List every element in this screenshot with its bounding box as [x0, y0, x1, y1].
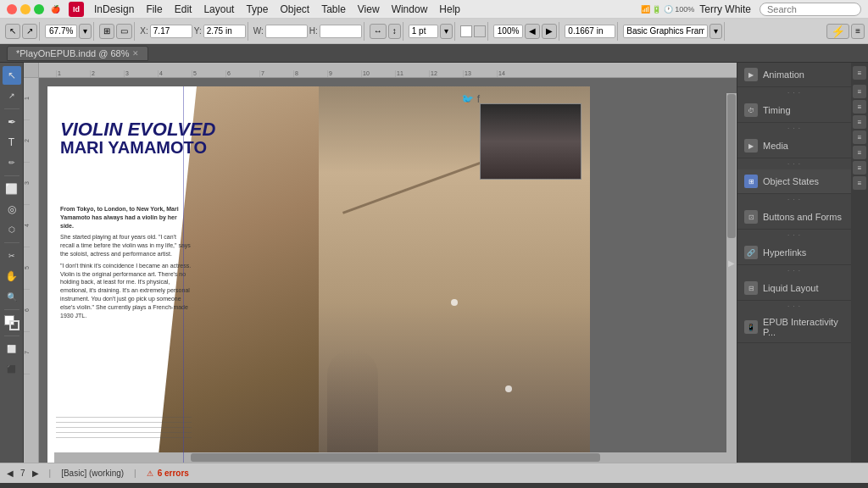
fill-color-swatch[interactable]: [460, 25, 472, 37]
pencil-tool[interactable]: ✏: [3, 153, 21, 172]
panel-list: ▶ Animation · · · ⏱ Timing · · · ▶: [737, 63, 851, 463]
pen-tool[interactable]: ✒: [3, 113, 21, 131]
close-button[interactable]: [7, 4, 17, 14]
panel-icon-8[interactable]: ≡: [853, 176, 866, 190]
panel-icon-3[interactable]: ≡: [853, 100, 866, 114]
stroke-input[interactable]: [409, 25, 438, 38]
canvas-area[interactable]: 1 2 3 4 5 6 7 8 9 10 11 12 13 14 1 2 3: [24, 63, 737, 463]
buttons-forms-label: Buttons and Forms: [763, 212, 842, 222]
panel-icons-column: ≡ ≡ ≡ ≡ ≡ ≡ ≡ ≡: [851, 63, 868, 463]
direct-selection-tool[interactable]: ↗: [3, 86, 21, 105]
h-scroll-thumb[interactable]: [191, 453, 600, 462]
panel-toggle-btn[interactable]: ⚡: [826, 24, 849, 39]
stroke-dropdown[interactable]: ▾: [440, 24, 453, 39]
type-tool[interactable]: T: [3, 133, 21, 152]
normal-mode-btn[interactable]: ⬜: [3, 340, 21, 358]
panel-toggle-btn2[interactable]: ≡: [851, 24, 865, 39]
epub-label: EPUB Interactivity P...: [763, 317, 844, 337]
zoom2-next-btn[interactable]: ▶: [542, 24, 557, 39]
panel-item-epub[interactable]: 📱 EPUB Interactivity P...: [737, 312, 851, 343]
zoom-tool[interactable]: 🔍: [3, 287, 21, 306]
panel-icon-5[interactable]: ≡: [853, 130, 866, 144]
statusbar: ◀ 7 ▶ | [Basic] (working) | ⚠ 6 errors: [0, 463, 868, 483]
x-label: X:: [140, 26, 147, 36]
cursor-indicator: ▶: [728, 258, 735, 265]
presentation-btn[interactable]: ▭: [116, 24, 132, 39]
frame-input[interactable]: [623, 25, 708, 38]
menu-type[interactable]: Type: [241, 3, 273, 15]
panel-icon-2[interactable]: ≡: [853, 85, 866, 98]
menu-file[interactable]: File: [141, 3, 167, 15]
doc-status-text: [Basic] (working): [61, 469, 124, 478]
panel-icon-1[interactable]: ≡: [853, 66, 866, 80]
document-tab[interactable]: *PlayOnEPUB.indd @ 68% ✕: [7, 46, 148, 61]
zoom-dropdown-btn[interactable]: ▾: [79, 24, 92, 39]
menu-table[interactable]: Table: [316, 3, 351, 15]
hyperlinks-icon-symbol: 🔗: [747, 249, 755, 257]
menu-window[interactable]: Window: [387, 3, 433, 15]
scissors-tool[interactable]: ✂: [3, 247, 21, 265]
inset-image-content: [481, 104, 581, 179]
stroke-box[interactable]: [9, 320, 19, 330]
panel-item-liquid-layout[interactable]: ⊟ Liquid Layout: [737, 276, 851, 301]
panel-item-timing[interactable]: ⏱ Timing: [737, 98, 851, 123]
v-scroll-thumb[interactable]: [727, 94, 736, 238]
preview-mode-btn[interactable]: ⬛: [3, 360, 21, 379]
position-input[interactable]: [565, 25, 615, 38]
ruler-top: 1 2 3 4 5 6 7 8 9 10 11 12 13 14: [24, 63, 737, 78]
panel-icon-7[interactable]: ≡: [853, 161, 866, 175]
vertical-scrollbar[interactable]: [726, 93, 737, 452]
global-search-input[interactable]: [760, 3, 861, 16]
y-input[interactable]: [203, 25, 246, 38]
prev-page-btn[interactable]: ◀: [7, 469, 14, 478]
menu-edit[interactable]: Edit: [170, 3, 198, 15]
x-input[interactable]: [150, 25, 192, 38]
panel-icon-6[interactable]: ≡: [853, 146, 866, 159]
errors-display[interactable]: ⚠ 6 errors: [147, 469, 189, 478]
panel-item-hyperlinks[interactable]: 🔗 Hyperlinks: [737, 241, 851, 265]
tab-close-icon[interactable]: ✕: [132, 49, 139, 58]
menu-object[interactable]: Object: [275, 3, 314, 15]
toolbar-row1: ↖ ↗ 67.7% ▾ ⊞ ▭ X: Y: W: H: ↔ ↕ ▾ 100% ◀…: [0, 19, 868, 44]
object-states-icon: ⊞: [744, 175, 758, 188]
liquid-layout-icon-symbol: ⊟: [748, 285, 754, 292]
horizontal-scrollbar[interactable]: [54, 452, 737, 463]
hand-tool[interactable]: ✋: [3, 267, 21, 286]
menu-view[interactable]: View: [353, 3, 385, 15]
tools-panel: ↖ ↗ ✒ T ✏ ⬜ ◎ ⬡ ✂ ✋ 🔍 ⬜ ⬛: [0, 63, 24, 463]
w-input[interactable]: [265, 25, 308, 38]
next-page-btn[interactable]: ▶: [32, 469, 39, 478]
flip-v-btn[interactable]: ↕: [388, 24, 401, 39]
object-states-label: Object States: [763, 176, 819, 186]
zoom2-prev-btn[interactable]: ◀: [525, 24, 540, 39]
frame-dropdown-btn[interactable]: ▾: [709, 24, 722, 39]
panel-item-buttons-forms[interactable]: ⊡ Buttons and Forms: [737, 205, 851, 230]
select-tool-btn[interactable]: ↖: [5, 24, 20, 39]
polygon-tool[interactable]: ⬡: [3, 220, 21, 239]
timing-icon-symbol: ⏱: [748, 107, 754, 114]
h-input[interactable]: [320, 25, 362, 38]
panel-item-animation[interactable]: ▶ Animation: [737, 63, 851, 87]
canvas-content[interactable]: VIOLIN EVOLVED MARI YAMAMOTO From Tokyo,…: [39, 78, 737, 463]
panel-icon-4[interactable]: ≡: [853, 115, 866, 129]
rectangle-frame-tool[interactable]: ⬜: [3, 180, 21, 198]
layout-view-btn[interactable]: ⊞: [99, 24, 114, 39]
page-body-text: From Tokyo, to London, to New York, Mari…: [60, 205, 192, 323]
page-number-display[interactable]: 7: [20, 469, 25, 478]
panel-dots-7: · · ·: [737, 301, 851, 312]
selection-tool[interactable]: ↖: [3, 66, 21, 85]
media-label: Media: [763, 141, 788, 151]
menu-help[interactable]: Help: [434, 3, 465, 15]
panel-item-media[interactable]: ▶ Media: [737, 134, 851, 158]
ellipse-tool[interactable]: ◎: [3, 200, 21, 219]
minimize-button[interactable]: [20, 4, 31, 14]
menu-indesign[interactable]: InDesign: [89, 3, 139, 15]
maximize-button[interactable]: [34, 4, 44, 14]
w-label: W:: [253, 26, 264, 36]
direct-select-btn[interactable]: ↗: [22, 24, 37, 39]
flip-h-btn[interactable]: ↔: [370, 24, 387, 39]
panel-item-object-states[interactable]: ⊞ Object States: [737, 169, 851, 194]
menu-layout[interactable]: Layout: [198, 3, 239, 15]
stroke-color-swatch[interactable]: [474, 25, 486, 37]
control-point-2: [505, 385, 512, 392]
